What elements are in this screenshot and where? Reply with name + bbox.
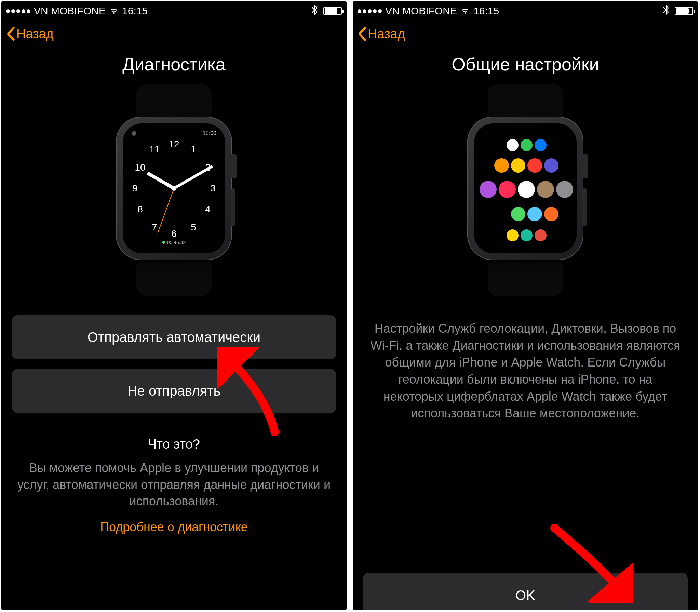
send-automatically-button[interactable]: Отправлять автоматически — [12, 315, 336, 359]
info-text: Вы можете помочь Apple в улучшении проду… — [1, 460, 347, 510]
info-title: Что это? — [1, 437, 347, 452]
battery-icon — [675, 7, 693, 15]
phone-left: VN MOBIFONE 16:15 Назад Диагностика — [1, 1, 347, 610]
wifi-icon — [109, 5, 119, 17]
watch-illustration: 15:00 12 1 2 3 4 5 6 7 8 9 10 11 — [1, 84, 347, 296]
page-title: Диагностика — [1, 54, 347, 75]
watch-time-label: 15:00 — [203, 130, 216, 136]
phone-right: VN MOBIFONE 16:15 Назад Общие настройки — [353, 1, 698, 610]
time-label: 16:15 — [473, 5, 499, 17]
signal-strength-icon — [6, 9, 30, 13]
learn-more-link[interactable]: Подробнее о диагностике — [1, 520, 347, 534]
settings-description: Настройки Служб геолокации, Диктовки, Вы… — [353, 320, 698, 422]
back-button[interactable]: Назад — [6, 27, 54, 41]
time-label: 16:15 — [122, 5, 148, 17]
app-grid-face — [474, 123, 577, 253]
status-bar: VN MOBIFONE 16:15 — [353, 1, 698, 21]
bluetooth-icon — [312, 5, 318, 17]
battery-icon — [323, 7, 342, 15]
signal-strength-icon — [358, 9, 382, 13]
back-label: Назад — [368, 27, 405, 41]
bluetooth-icon — [663, 5, 669, 17]
status-bar: VN MOBIFONE 16:15 — [1, 1, 347, 21]
carrier-label: VN MOBIFONE — [34, 5, 106, 17]
nav-bar: Назад — [1, 21, 347, 47]
nav-bar: Назад — [353, 21, 698, 47]
dont-send-button[interactable]: Не отправлять — [12, 369, 336, 413]
page-title: Общие настройки — [353, 54, 698, 75]
back-label: Назад — [16, 27, 54, 41]
carrier-label: VN MOBIFONE — [385, 5, 457, 17]
back-button[interactable]: Назад — [358, 27, 405, 41]
watch-illustration — [353, 84, 698, 296]
analog-watch-face: 15:00 12 1 2 3 4 5 6 7 8 9 10 11 — [123, 123, 225, 253]
wifi-icon — [460, 5, 470, 17]
ok-button[interactable]: OK — [363, 573, 688, 610]
